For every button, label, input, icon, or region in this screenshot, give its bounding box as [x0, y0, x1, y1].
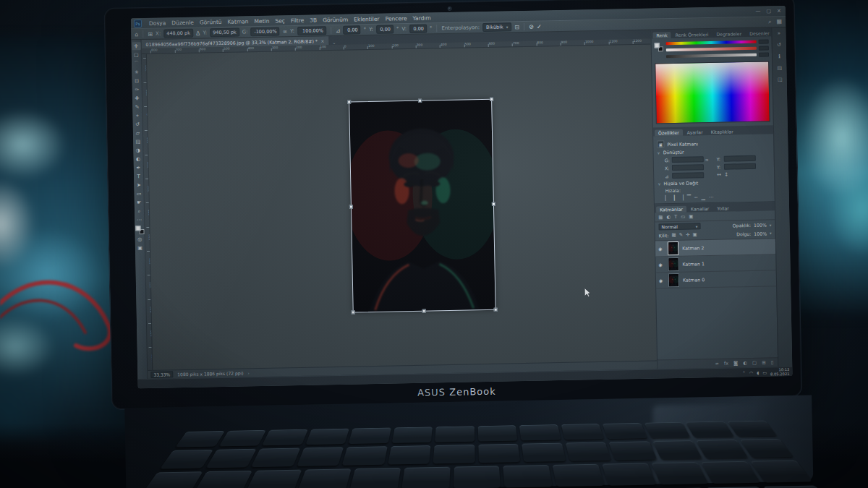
cancel-transform-button[interactable]: ⊘: [529, 23, 534, 30]
height-input[interactable]: 100,00%: [297, 26, 326, 35]
keyboard-key[interactable]: [478, 444, 520, 463]
workspace-icon[interactable]: ▦: [776, 18, 782, 25]
layer-thumbnail[interactable]: [668, 273, 679, 287]
document-image[interactable]: [349, 100, 495, 312]
color-spectrum-picker[interactable]: [655, 61, 770, 124]
eyedropper-tool[interactable]: ✑: [132, 85, 141, 93]
keyboard-key[interactable]: [701, 461, 760, 484]
chevron-down-icon[interactable]: ▾: [770, 223, 772, 227]
lock-all-icon[interactable]: ▣: [692, 231, 697, 237]
x-input[interactable]: 448,00 pk: [163, 29, 193, 38]
keyboard-key[interactable]: [644, 422, 690, 438]
layer-row-katman-2[interactable]: ◉Katman 2: [655, 239, 775, 257]
crop-tool[interactable]: ⊡: [132, 77, 141, 85]
layer-thumbnail[interactable]: [668, 241, 678, 255]
align-right-icon[interactable]: ▕: [679, 195, 684, 201]
layer-row-katman-0[interactable]: ◉Katman 0: [656, 270, 776, 288]
brightness-slider[interactable]: [666, 53, 757, 58]
home-icon[interactable]: ⌂: [135, 31, 138, 38]
opacity-value[interactable]: 100%: [754, 223, 767, 228]
align-middle-icon[interactable]: ─: [694, 194, 697, 200]
marquee-tool[interactable]: ▢: [132, 51, 140, 59]
interpolation-select[interactable]: Bikübik ▾: [482, 22, 512, 32]
h-skew-input[interactable]: 0,00: [376, 25, 393, 33]
keyboard-key[interactable]: [435, 426, 475, 442]
hand-tool[interactable]: ☛: [135, 198, 143, 206]
minimize-button[interactable]: —: [755, 9, 760, 14]
angle-input[interactable]: 0,00: [344, 25, 361, 34]
keyboard-key[interactable]: [561, 424, 604, 440]
pen-tool[interactable]: ✒: [134, 163, 142, 171]
y-input[interactable]: 940,50 pk: [210, 27, 239, 37]
saturation-value-field[interactable]: [759, 46, 769, 50]
keyboard-key[interactable]: [652, 462, 709, 484]
zoom-tool[interactable]: ⌕: [135, 207, 143, 215]
foreground-background-swatches[interactable]: [655, 43, 663, 51]
delta-icon[interactable]: Δ: [196, 30, 200, 36]
keyboard-key[interactable]: [342, 446, 388, 466]
filter-type-icon[interactable]: T: [674, 214, 677, 220]
menu-katman[interactable]: Katman: [224, 18, 251, 25]
keyboard-key[interactable]: [205, 449, 257, 468]
info-panel-icon[interactable]: ℹ: [778, 53, 780, 59]
delete-layer-icon[interactable]: ▯: [771, 359, 774, 365]
shape-tool[interactable]: ▭: [135, 189, 143, 197]
battery-icon[interactable]: ▭: [762, 369, 767, 374]
prop-angle-input[interactable]: [672, 172, 704, 179]
v-skew-input[interactable]: 0,00: [409, 25, 427, 33]
link-layers-icon[interactable]: ∞: [715, 361, 719, 367]
keyboard-key[interactable]: [477, 425, 517, 441]
commit-transform-button[interactable]: ✓: [537, 23, 542, 30]
visibility-eye-icon[interactable]: ◉: [658, 262, 664, 267]
flip-horizontal-icon[interactable]: ↔: [717, 172, 723, 178]
keyboard-key[interactable]: [348, 428, 391, 444]
menu-yardım[interactable]: Yardım: [409, 14, 433, 22]
keyboard-key[interactable]: [262, 429, 307, 446]
keyboard-key[interactable]: [602, 463, 656, 485]
keyboard-key[interactable]: [696, 440, 748, 458]
gradient-tool[interactable]: ▤: [134, 137, 142, 145]
prop-x-input[interactable]: [672, 164, 704, 171]
edit-toolbar[interactable]: ⋯: [135, 215, 144, 223]
menu-metin[interactable]: Metin: [251, 17, 272, 25]
history-brush-tool[interactable]: ↺: [133, 120, 142, 128]
history-panel-icon[interactable]: ↺: [777, 42, 781, 48]
align-top-icon[interactable]: ▔: [687, 195, 692, 201]
taskbar-clock[interactable]: 10:13 8.05.2021: [770, 367, 790, 377]
more-options-icon[interactable]: ⋯: [709, 194, 714, 200]
swatches-panel-icon[interactable]: ▤: [777, 65, 782, 71]
collapse-icon[interactable]: ∨: [658, 150, 660, 155]
volume-icon[interactable]: ◖: [757, 369, 759, 374]
saturation-slider[interactable]: [666, 47, 757, 51]
keyboard-key[interactable]: [565, 442, 610, 461]
prop-width-input[interactable]: [672, 156, 704, 163]
status-chevron-icon[interactable]: ›: [247, 371, 249, 375]
keyboard-key[interactable]: [193, 471, 252, 488]
brightness-value-field[interactable]: [759, 52, 769, 56]
zoom-level-field[interactable]: 33,33%: [150, 371, 173, 378]
visibility-eye-icon[interactable]: ◉: [658, 246, 664, 251]
visibility-eye-icon[interactable]: ◉: [659, 278, 665, 283]
eraser-tool[interactable]: ▱: [133, 129, 142, 137]
layer-style-icon[interactable]: fx: [724, 361, 728, 367]
healing-brush-tool[interactable]: ✚: [132, 94, 141, 102]
lock-position-icon[interactable]: ✛: [686, 232, 690, 238]
keyboard-key[interactable]: [603, 423, 647, 439]
network-icon[interactable]: ◠: [749, 369, 753, 374]
align-center-h-icon[interactable]: ┃: [673, 195, 676, 201]
quick-mask-icon[interactable]: ◎: [135, 235, 144, 243]
filter-shape-icon[interactable]: ▭: [681, 214, 685, 220]
keyboard-key[interactable]: [609, 441, 657, 460]
link-dimensions-icon[interactable]: ∞: [283, 28, 288, 35]
tray-expand-icon[interactable]: ⌃: [742, 370, 746, 375]
close-tab-icon[interactable]: ×: [320, 38, 324, 43]
keyboard-key[interactable]: [453, 466, 501, 488]
keyboard-key[interactable]: [175, 431, 224, 448]
type-tool[interactable]: T: [134, 172, 142, 180]
keyboard-key[interactable]: [522, 443, 566, 462]
keyboard-key[interactable]: [750, 460, 812, 482]
search-icon[interactable]: ⌕: [768, 18, 772, 25]
keyboard-key[interactable]: [553, 464, 605, 487]
foreground-color-swatch[interactable]: [135, 226, 140, 231]
layer-group-icon[interactable]: ▢: [752, 360, 757, 366]
